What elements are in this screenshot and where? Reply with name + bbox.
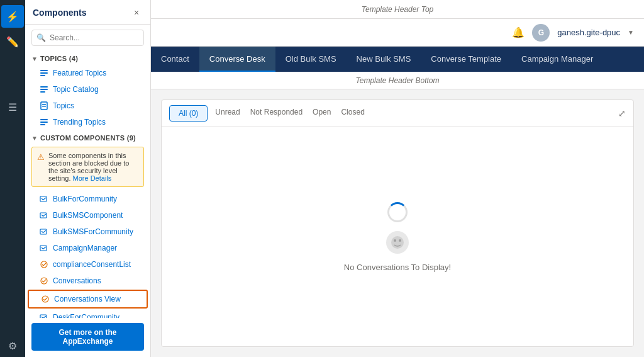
svg-point-17 (41, 278, 47, 284)
conversations-icon (39, 276, 49, 286)
top-bar: 🔔 G ganesh.gite-dpuc ▼ (151, 19, 644, 47)
compliance-consent-label: complianceConsentList (53, 260, 131, 269)
more-details-link[interactable]: More Details (73, 174, 112, 182)
svg-rect-8 (42, 106, 46, 107)
topic-catalog-icon (39, 84, 49, 94)
topics-section-label: TOPICS (4) (40, 55, 78, 62)
loading-spinner (387, 202, 408, 222)
topics-icon (39, 101, 49, 111)
panel-content: ▼ TOPICS (4) Featured Topics T (25, 51, 150, 318)
custom-section-label: CUSTOM COMPONENTS (9) (40, 134, 136, 142)
desk-for-community-label: DeskForCommunity (53, 313, 119, 318)
panel-header: Components × (25, 0, 150, 25)
sidebar-item-campaign-manager[interactable]: CampaignManager (25, 240, 150, 256)
sidebar-item-bulk-for-community[interactable]: BulkForCommunity (25, 191, 150, 207)
bulk-sms-component-label: BulkSMSComponent (53, 211, 123, 220)
nav-tabs: Contact Converse Desk Old Bulk SMS New B… (151, 47, 644, 72)
topics-label: Topics (53, 101, 74, 110)
tab-new-bulk-sms[interactable]: New Bulk SMS (347, 47, 421, 72)
main-area: Template Header Top 🔔 G ganesh.gite-dpuc… (151, 0, 644, 357)
desk-for-community-icon (39, 312, 49, 318)
svg-rect-3 (40, 86, 48, 88)
compliance-consent-icon (39, 259, 49, 269)
sidebar-item-desk-for-community[interactable]: DeskForCommunity (25, 309, 150, 318)
user-dropdown-arrow[interactable]: ▼ (628, 29, 634, 36)
left-bar-gear-icon[interactable]: ⚙ (1, 334, 24, 357)
filter-tab-open[interactable]: Open (313, 108, 331, 119)
sidebar-item-compliance-consent-list[interactable]: complianceConsentList (25, 256, 150, 273)
filter-bar: All (0) Unread Not Responded Open Closed… (162, 100, 633, 127)
all-filter-button[interactable]: All (0) (169, 105, 208, 122)
svg-rect-9 (40, 119, 48, 120)
svg-rect-5 (40, 91, 45, 93)
username-label: ganesh.gite-dpuc (557, 28, 620, 37)
tab-old-bulk-sms[interactable]: Old Bulk SMS (275, 47, 347, 72)
tab-converse-desk[interactable]: Converse Desk (199, 47, 275, 72)
tab-contact[interactable]: Contact (151, 47, 199, 72)
bulk-sms-for-community-icon (39, 227, 49, 237)
svg-rect-10 (40, 122, 48, 123)
sidebar-item-topic-catalog[interactable]: Topic Catalog (25, 81, 150, 98)
svg-rect-2 (40, 75, 45, 76)
conversations-view-label: Conversations View (54, 295, 121, 303)
left-sidebar: ⚡ ✏️ ☰ ⚙ (0, 0, 25, 357)
svg-point-23 (394, 239, 396, 242)
sidebar-item-featured-topics[interactable]: Featured Topics (25, 65, 150, 81)
tab-converse-template[interactable]: Converse Template (421, 47, 511, 72)
panel-close-button[interactable]: × (130, 6, 143, 19)
svg-rect-11 (40, 124, 45, 125)
conversations-view-icon (40, 294, 50, 304)
appexchange-button[interactable]: Get more on the AppExchange (31, 323, 144, 351)
topic-catalog-label: Topic Catalog (53, 85, 99, 94)
components-panel: Components × 🔍 ▼ TOPICS (4) Featured Top… (25, 0, 151, 357)
no-conversations-icon (382, 227, 413, 258)
content-area: All (0) Unread Not Responded Open Closed… (161, 99, 634, 347)
user-avatar[interactable]: G (532, 24, 550, 42)
sidebar-item-bulk-sms-component[interactable]: BulkSMSComponent (25, 207, 150, 224)
sidebar-item-trending-topics[interactable]: Trending Topics (25, 114, 150, 130)
svg-rect-14 (40, 229, 47, 234)
sidebar-item-conversations[interactable]: Conversations (25, 273, 150, 289)
svg-point-22 (391, 236, 404, 249)
bulk-sms-component-icon (39, 210, 49, 220)
bulk-for-community-icon (39, 194, 49, 204)
trending-topics-icon (39, 117, 49, 127)
featured-topics-icon (39, 68, 49, 78)
svg-rect-13 (40, 213, 47, 218)
left-bar-bolt-icon[interactable]: ⚡ (1, 5, 24, 28)
campaign-manager-label: CampaignManager (53, 244, 117, 252)
custom-section-header[interactable]: ▼ CUSTOM COMPONENTS (9) (25, 130, 150, 144)
svg-rect-4 (40, 89, 48, 90)
featured-topics-label: Featured Topics (53, 69, 106, 77)
left-bar-pencil-icon[interactable]: ✏️ (1, 30, 24, 53)
bulk-for-community-label: BulkForCommunity (53, 195, 117, 203)
search-box: 🔍 (31, 30, 144, 46)
sidebar-item-bulk-sms-for-community[interactable]: BulkSMSForCommunity (25, 224, 150, 240)
conversations-label: Conversations (53, 276, 101, 285)
svg-rect-1 (40, 72, 48, 74)
no-conversations-text: No Conversations To Display! (344, 263, 451, 272)
top-bar-icons: 🔔 G ganesh.gite-dpuc ▼ (512, 24, 634, 42)
svg-rect-15 (40, 246, 47, 251)
campaign-manager-icon (39, 243, 49, 253)
tab-campaign-manager[interactable]: Campaign Manager (511, 47, 603, 72)
filter-tab-unread[interactable]: Unread (215, 108, 240, 119)
sidebar-item-conversations-view[interactable]: Conversations View (28, 290, 148, 309)
svg-rect-7 (42, 104, 46, 105)
notification-bell-icon[interactable]: 🔔 (512, 26, 525, 38)
security-warning: ⚠ Some components in this section are bl… (31, 147, 144, 187)
topics-chevron: ▼ (31, 55, 38, 62)
trending-topics-label: Trending Topics (53, 118, 106, 127)
sidebar-item-topics[interactable]: Topics (25, 98, 150, 114)
search-input[interactable] (31, 30, 144, 46)
filter-tabs: Unread Not Responded Open Closed (215, 108, 364, 119)
search-icon: 🔍 (36, 33, 46, 42)
left-bar-menu-icon[interactable]: ☰ (1, 96, 24, 118)
filter-tab-not-responded[interactable]: Not Responded (250, 108, 303, 119)
bulk-sms-for-community-label: BulkSMSForCommunity (53, 227, 133, 236)
svg-point-18 (42, 296, 48, 302)
filter-tab-closed[interactable]: Closed (341, 108, 364, 119)
empty-state: No Conversations To Display! (162, 127, 633, 346)
topics-section-header[interactable]: ▼ TOPICS (4) (25, 51, 150, 65)
expand-icon[interactable]: ⤢ (618, 108, 626, 118)
